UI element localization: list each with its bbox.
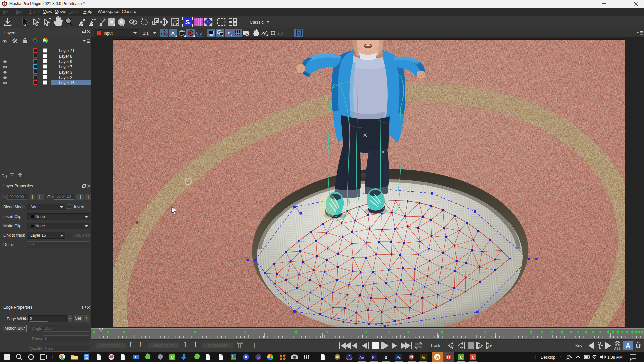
svg-text:Ps: Ps [396, 355, 401, 359]
svg-text:B: B [385, 355, 387, 359]
svg-text:C: C [171, 355, 174, 360]
svg-text:Pr: Pr [372, 355, 376, 359]
svg-text:B: B [38, 18, 40, 21]
svg-text:W: W [435, 355, 439, 360]
svg-text:T: T [460, 344, 462, 348]
svg-text:Ae: Ae [359, 355, 364, 359]
svg-text:T: T [479, 344, 481, 348]
svg-text:»: » [559, 354, 561, 358]
svg-text:1.0: 1.0 [277, 31, 283, 36]
svg-text:Ai: Ai [422, 355, 425, 359]
svg-text:0.5: 0.5 [196, 31, 202, 36]
svg-text:S: S [207, 20, 210, 24]
svg-text:S: S [185, 19, 190, 26]
svg-text:1:1: 1:1 [143, 31, 149, 36]
svg-text:C: C [460, 355, 463, 360]
svg-text:1:38 PM: 1:38 PM [607, 355, 623, 360]
svg-text:A: A [171, 30, 175, 36]
svg-text:Classic: Classic [250, 20, 264, 25]
svg-text:C: C [472, 355, 475, 360]
svg-text:A: A [625, 342, 630, 349]
svg-text:Ü: Ü [636, 342, 641, 350]
svg-text:Input: Input [104, 31, 113, 36]
svg-text:Desktop: Desktop [541, 355, 555, 360]
svg-text:T: T [450, 344, 452, 348]
svg-text:T: T [487, 344, 489, 348]
svg-text:ALL: ALL [614, 347, 621, 351]
